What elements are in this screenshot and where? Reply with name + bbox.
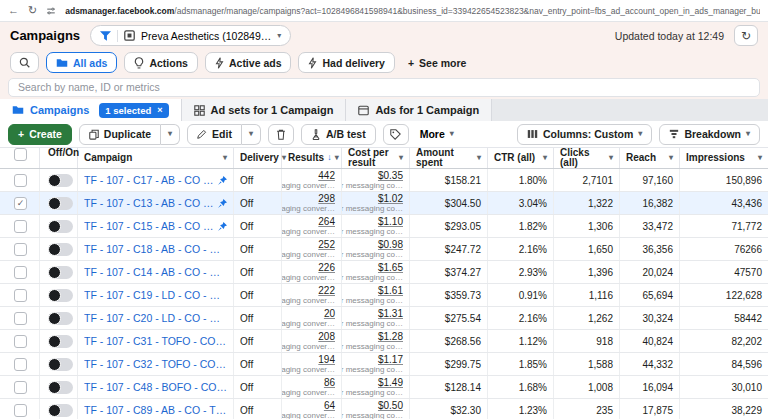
campaign-link[interactable]: TF - 107 - C89 - AB - CO - TF847 (84, 404, 227, 416)
row-checkbox[interactable] (14, 289, 27, 302)
results-value[interactable]: 264 (318, 216, 335, 228)
cost-value[interactable]: $1.17 (378, 354, 403, 366)
selected-count-badge[interactable]: 1 selected × (99, 103, 168, 118)
campaign-toggle[interactable] (48, 335, 73, 348)
search-input[interactable] (8, 78, 760, 97)
header-ctr[interactable]: CTR (all)▾ (488, 148, 554, 168)
row-checkbox[interactable] (14, 335, 27, 348)
campaign-toggle[interactable] (48, 381, 73, 394)
more-button[interactable]: More ▾ (416, 128, 458, 140)
site-info-icon[interactable] (46, 6, 56, 16)
search-button[interactable] (10, 52, 39, 73)
filter-chip-actions[interactable]: Actions (124, 52, 198, 73)
tab-adsets[interactable]: Ad sets for 1 Campaign (182, 99, 347, 121)
cost-value[interactable]: $1.10 (378, 216, 403, 228)
campaign-link[interactable]: TF - 107 - C48 - BOFO - CO - CAud - TC76… (84, 381, 227, 393)
campaign-toggle[interactable] (48, 312, 73, 325)
select-all-checkbox[interactable] (14, 148, 27, 161)
row-checkbox[interactable] (14, 266, 27, 279)
create-button[interactable]: + Create (8, 124, 72, 145)
cost-value[interactable]: $1.31 (378, 308, 403, 320)
header-campaign[interactable]: Campaign▾ (78, 148, 234, 168)
cost-value[interactable]: $1.65 (378, 262, 403, 274)
results-value[interactable]: 20 (324, 308, 335, 320)
campaign-link[interactable]: TF - 107 - C14 - AB - CO - DCTOC - TC739 (84, 266, 227, 278)
results-value[interactable]: 442 (318, 170, 335, 182)
tab-campaigns[interactable]: Campaigns 1 selected × (0, 99, 182, 121)
campaign-toggle[interactable] (48, 220, 73, 233)
table-row[interactable]: TF - 107 - C48 - BOFO - CO - CAud - TC76… (0, 376, 768, 399)
cost-value[interactable]: $1.49 (378, 377, 403, 389)
filter-chip-had-delivery[interactable]: Had delivery (298, 52, 394, 73)
edit-dropdown-button[interactable]: ▾ (242, 124, 261, 145)
table-row[interactable]: ✓ TF - 107 - C13 - AB - CO - DCTOC - TC7… (0, 192, 768, 215)
campaign-link[interactable]: TF - 107 - C15 - AB - CO - ABO - TC740 (84, 220, 214, 232)
see-more-button[interactable]: + See more (402, 57, 472, 69)
row-checkbox[interactable] (14, 220, 27, 233)
results-value[interactable]: 252 (318, 239, 335, 251)
filter-chip-all-ads[interactable]: All ads (46, 52, 117, 73)
table-row[interactable]: TF - 107 - C20 - LD - CO - DCTOC - TC748… (0, 307, 768, 330)
header-impressions[interactable]: Impressions▾ (680, 148, 768, 168)
row-checkbox[interactable] (14, 381, 27, 394)
campaign-toggle[interactable] (48, 266, 73, 279)
campaign-link[interactable]: TF - 107 - C31 - TOFO - CO - DCTOC - TC7… (84, 335, 227, 347)
cost-value[interactable]: $0.98 (378, 239, 403, 251)
refresh-icon[interactable]: ↻ (28, 5, 37, 16)
row-checkbox[interactable]: ✓ (14, 197, 27, 210)
campaign-link[interactable]: TF - 107 - C20 - LD - CO - DCTOC - TC748 (84, 312, 227, 324)
results-value[interactable]: 64 (324, 400, 335, 412)
filter-chip-active-ads[interactable]: Active ads (205, 52, 292, 73)
tag-button[interactable] (383, 124, 409, 145)
account-selector[interactable]: Preva Aesthetics (102849… ▾ (90, 25, 291, 46)
row-checkbox[interactable] (14, 404, 27, 417)
campaign-toggle[interactable] (48, 243, 73, 256)
header-results[interactable]: Results↓▾ (282, 148, 342, 168)
cost-value[interactable]: $0.50 (378, 400, 403, 412)
table-row[interactable]: TF - 107 - C17 - AB - CO - Lookalike 2% … (0, 169, 768, 192)
campaign-toggle[interactable] (48, 404, 73, 417)
campaign-link[interactable]: TF - 107 - C19 - LD - CO - CA Eng - TC74… (84, 289, 227, 301)
results-value[interactable]: 222 (318, 285, 335, 297)
table-row[interactable]: TF - 107 - C19 - LD - CO - CA Eng - TC74… (0, 284, 768, 307)
table-row[interactable]: TF - 107 - C18 - AB - CO - CA Eng - TC74… (0, 238, 768, 261)
row-checkbox[interactable] (14, 174, 27, 187)
results-value[interactable]: 298 (318, 193, 335, 205)
header-cost-per-result[interactable]: Cost per result▾ (342, 148, 410, 168)
results-value[interactable]: 208 (318, 331, 335, 343)
campaign-link[interactable]: TF - 107 - C32 - TOFO - CO - ABO - TC760 (84, 358, 227, 370)
row-checkbox[interactable] (14, 312, 27, 325)
row-checkbox[interactable] (14, 358, 27, 371)
header-clicks[interactable]: Clicks (all)▾ (554, 148, 620, 168)
duplicate-dropdown-button[interactable]: ▾ (161, 124, 180, 145)
tab-ads[interactable]: Ads for 1 Campaign (346, 99, 492, 121)
campaign-toggle[interactable] (48, 358, 73, 371)
results-value[interactable]: 194 (318, 354, 335, 366)
cost-value[interactable]: $0.35 (378, 170, 403, 182)
delete-button[interactable] (268, 124, 294, 145)
table-row[interactable]: TF - 107 - C89 - AB - CO - TF847 Off 64M… (0, 399, 768, 419)
clear-selection-icon[interactable]: × (157, 105, 162, 115)
header-reach[interactable]: Reach▾ (620, 148, 680, 168)
cost-value[interactable]: $1.28 (378, 331, 403, 343)
columns-button[interactable]: Columns: Custom ▾ (517, 124, 652, 145)
header-amount-spent[interactable]: Amount spent▾ (410, 148, 488, 168)
refresh-data-button[interactable]: ↻ (734, 25, 758, 46)
header-delivery[interactable]: Delivery▾ (234, 148, 282, 168)
cost-value[interactable]: $1.02 (378, 193, 403, 205)
cost-value[interactable]: $1.61 (378, 285, 403, 297)
campaign-toggle[interactable] (48, 174, 73, 187)
ab-test-button[interactable]: A/B test (301, 124, 376, 145)
breakdown-button[interactable]: Breakdown ▾ (659, 124, 760, 145)
results-value[interactable]: 86 (324, 377, 335, 389)
table-row[interactable]: TF - 107 - C32 - TOFO - CO - ABO - TC760… (0, 353, 768, 376)
campaign-link[interactable]: TF - 107 - C17 - AB - CO - Lookalike 2% … (84, 174, 214, 186)
table-row[interactable]: TF - 107 - C15 - AB - CO - ABO - TC740 O… (0, 215, 768, 238)
campaign-toggle[interactable] (48, 197, 73, 210)
campaign-link[interactable]: TF - 107 - C13 - AB - CO - DCTOC - TC738 (84, 197, 214, 209)
row-checkbox[interactable] (14, 243, 27, 256)
edit-button[interactable]: Edit (187, 124, 242, 145)
duplicate-button[interactable]: Duplicate (79, 124, 161, 145)
table-row[interactable]: TF - 107 - C31 - TOFO - CO - DCTOC - TC7… (0, 330, 768, 353)
table-row[interactable]: TF - 107 - C14 - AB - CO - DCTOC - TC739… (0, 261, 768, 284)
